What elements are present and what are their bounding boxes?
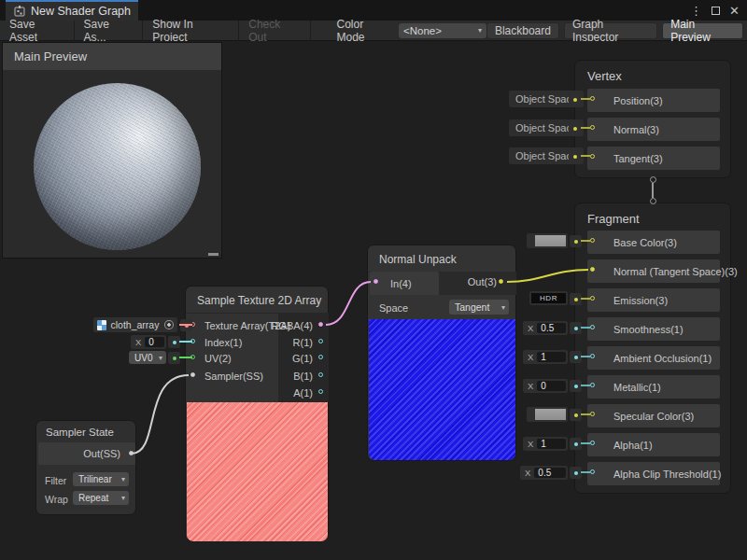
- chevron-down-icon: ▾: [478, 26, 482, 35]
- r-port[interactable]: [318, 339, 323, 343]
- emission-dot: [570, 293, 582, 305]
- index-field[interactable]: X0: [131, 335, 166, 349]
- emission-hdr-swatch[interactable]: HDR: [529, 291, 568, 305]
- position-input-port[interactable]: [590, 96, 595, 101]
- metallic-port[interactable]: [590, 383, 595, 387]
- ambient-occlusion-dot: [570, 351, 582, 363]
- port-label-position: Position(3): [613, 95, 663, 106]
- kebab-menu-icon[interactable]: ⋮: [690, 5, 702, 17]
- uv-port[interactable]: [190, 355, 195, 359]
- fragment-row-normal[interactable]: Normal (Tangent Space)(3): [587, 259, 720, 283]
- specular-color-port[interactable]: [590, 412, 595, 416]
- alpha-clip-port[interactable]: [590, 469, 595, 474]
- fragment-row-alpha[interactable]: Alpha(1): [587, 433, 720, 456]
- filter-dropdown[interactable]: Trilinear ▾: [73, 472, 129, 486]
- input-label-uv: UV(2): [204, 353, 232, 364]
- main-preview-panel[interactable]: Main Preview: [2, 42, 222, 259]
- sampler-node-title: Sampler State: [36, 421, 135, 442]
- texture-array-dot: [180, 319, 192, 331]
- port-label-emission: Emission(3): [613, 295, 668, 306]
- base-color-port[interactable]: [590, 238, 595, 243]
- texture-name: cloth_array: [110, 319, 159, 330]
- unpack-out-port[interactable]: [499, 279, 503, 284]
- sampler-port[interactable]: [190, 372, 195, 377]
- ambient-occlusion-field[interactable]: X1: [523, 350, 568, 364]
- graph-canvas[interactable]: Main Preview Vertex Position(3) Normal(3…: [0, 41, 747, 560]
- graph-inspector-toggle-button[interactable]: Graph Inspector: [564, 22, 657, 39]
- a-port[interactable]: [318, 389, 323, 394]
- space-value: Tangent: [455, 301, 489, 313]
- vertex-row-position[interactable]: Position(3): [587, 89, 720, 112]
- toolbar-right-group: Blackboard Graph Inspector Main Preview: [486, 22, 747, 39]
- chevron-down-icon: ▾: [121, 494, 125, 502]
- unpack-in-slab[interactable]: In(4): [370, 272, 439, 295]
- vertex-row-tangent[interactable]: Tangent(3): [587, 147, 720, 170]
- smoothness-port[interactable]: [590, 325, 595, 329]
- wire-rgba-to-in[interactable]: [326, 282, 371, 325]
- save-asset-button[interactable]: Save Asset: [0, 21, 75, 41]
- port-label-base-color: Base Color(3): [613, 237, 677, 248]
- normal-unpack-node[interactable]: Normal Unpack In(4) Out(3) Space Tangent…: [367, 245, 516, 461]
- chevron-down-icon: ▾: [501, 303, 505, 312]
- binding-dot-3: [569, 150, 581, 162]
- fragment-row-smoothness[interactable]: Smoothness(1): [587, 317, 720, 341]
- close-icon[interactable]: ✕: [729, 5, 740, 17]
- binding-dot-1: [569, 93, 581, 105]
- specular-color-swatch[interactable]: [527, 407, 568, 422]
- fragment-row-alpha-clip[interactable]: Alpha Clip Threshold(1): [587, 462, 720, 485]
- stage-link-top: [650, 176, 656, 183]
- port-label-metallic: Metallic(1): [613, 382, 661, 393]
- sampler-out-port[interactable]: [129, 451, 134, 455]
- texture-array-object-field[interactable]: cloth_array: [93, 317, 177, 332]
- space-dropdown[interactable]: Tangent ▾: [449, 300, 509, 315]
- unpack-node-title: Normal Unpack: [368, 245, 515, 273]
- metallic-field[interactable]: X0: [523, 379, 568, 393]
- unpack-in-port[interactable]: [374, 279, 378, 284]
- port-label-smoothness: Smoothness(1): [613, 324, 684, 335]
- main-preview-toggle-button[interactable]: Main Preview: [662, 22, 743, 39]
- emission-port[interactable]: [590, 296, 595, 301]
- fragment-row-ambient-occlusion[interactable]: Ambient Occlusion(1): [587, 346, 720, 370]
- sample-texture-2d-array-node[interactable]: Sample Texture 2D Array Texture Array(T2…: [185, 286, 329, 541]
- color-mode-label: Color Mode: [333, 18, 400, 44]
- blackboard-toggle-button[interactable]: Blackboard: [486, 22, 559, 39]
- vertex-row-normal[interactable]: Normal(3): [587, 118, 720, 141]
- graph-toolbar: Save Asset Save As... Show In Project Ch…: [0, 21, 747, 41]
- smoothness-field[interactable]: X0.5: [523, 321, 568, 335]
- index-port[interactable]: [190, 339, 195, 343]
- normal-input-port[interactable]: [590, 125, 595, 130]
- fragment-row-emission[interactable]: Emission(3): [587, 288, 720, 312]
- unpack-node-preview-texture: [369, 319, 515, 460]
- tab-title: New Shader Graph: [31, 5, 131, 18]
- index-dot: [168, 336, 180, 348]
- tangent-input-port[interactable]: [590, 154, 595, 159]
- normal-ts-port[interactable]: [590, 267, 595, 272]
- fragment-node[interactable]: Fragment Base Color(3) Normal (Tangent S…: [574, 203, 731, 494]
- alpha-port[interactable]: [590, 441, 595, 445]
- g-port[interactable]: [318, 355, 323, 359]
- color-mode-dropdown[interactable]: <None> ▾: [399, 23, 486, 38]
- sampler-state-node[interactable]: Sampler State Out(SS) Filter Trilinear ▾…: [35, 420, 136, 515]
- uv-channel-dropdown[interactable]: UV0 ▾: [129, 351, 166, 364]
- fragment-row-specular-color[interactable]: Specular Color(3): [587, 404, 720, 427]
- rgba-port[interactable]: [318, 322, 323, 327]
- panel-resize-handle[interactable]: [208, 253, 218, 256]
- uv-channel-value: UV0: [134, 353, 152, 363]
- b-port[interactable]: [318, 372, 323, 377]
- color-mode-value: <None>: [403, 25, 442, 36]
- show-in-project-button[interactable]: Show In Project: [143, 21, 239, 41]
- main-preview-header[interactable]: Main Preview: [3, 43, 221, 70]
- ambient-occlusion-port[interactable]: [590, 354, 595, 358]
- save-as-button[interactable]: Save As...: [75, 21, 144, 41]
- wire-sampler-state[interactable]: [132, 375, 189, 454]
- fragment-row-metallic[interactable]: Metallic(1): [587, 375, 720, 399]
- wrap-dropdown[interactable]: Repeat ▾: [73, 491, 129, 505]
- texture-thumbnail-icon: [97, 320, 106, 330]
- maximize-icon[interactable]: [712, 7, 720, 15]
- fragment-row-base-color[interactable]: Base Color(3): [587, 231, 720, 254]
- alpha-field[interactable]: X1: [523, 437, 568, 451]
- alpha-clip-field[interactable]: X0.5: [520, 466, 568, 480]
- vertex-node[interactable]: Vertex Position(3) Normal(3) Tangent(3): [574, 60, 731, 178]
- object-picker-icon[interactable]: [164, 320, 174, 329]
- base-color-swatch[interactable]: [527, 233, 568, 248]
